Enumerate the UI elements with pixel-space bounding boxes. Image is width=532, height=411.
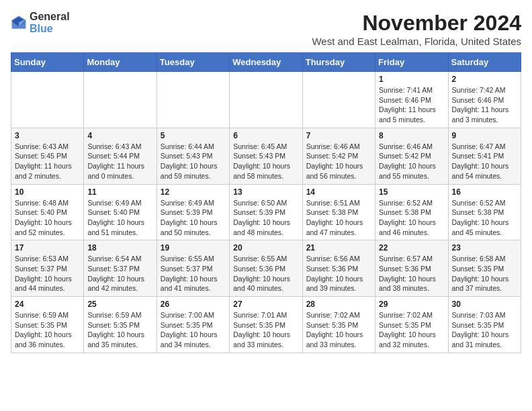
calendar-cell: 6Sunrise: 6:45 AM Sunset: 5:43 PM Daylig… — [230, 128, 302, 184]
day-info: Sunrise: 6:45 AM Sunset: 5:43 PM Dayligh… — [233, 142, 298, 181]
day-number: 3 — [15, 131, 80, 140]
day-info: Sunrise: 6:46 AM Sunset: 5:42 PM Dayligh… — [306, 142, 371, 181]
day-number: 7 — [306, 131, 371, 140]
day-info: Sunrise: 7:41 AM Sunset: 6:46 PM Dayligh… — [379, 85, 444, 125]
weekday-header-monday: Monday — [84, 53, 157, 72]
day-info: Sunrise: 7:01 AM Sunset: 5:35 PM Dayligh… — [233, 310, 298, 350]
day-info: Sunrise: 6:59 AM Sunset: 5:35 PM Dayligh… — [15, 310, 80, 350]
page-header: General Blue November 2024 West and East… — [11, 11, 521, 47]
day-info: Sunrise: 6:51 AM Sunset: 5:38 PM Dayligh… — [306, 198, 371, 238]
weekday-header-thursday: Thursday — [302, 53, 375, 72]
calendar-cell: 2Sunrise: 7:42 AM Sunset: 6:46 PM Daylig… — [448, 72, 521, 128]
day-info: Sunrise: 7:42 AM Sunset: 6:46 PM Dayligh… — [452, 85, 517, 125]
weekday-header-sunday: Sunday — [11, 53, 84, 72]
day-info: Sunrise: 6:44 AM Sunset: 5:43 PM Dayligh… — [161, 142, 226, 181]
weekday-header-tuesday: Tuesday — [157, 53, 229, 72]
day-info: Sunrise: 6:53 AM Sunset: 5:37 PM Dayligh… — [15, 254, 80, 293]
calendar-cell: 10Sunrise: 6:48 AM Sunset: 5:40 PM Dayli… — [11, 184, 84, 240]
day-info: Sunrise: 6:49 AM Sunset: 5:40 PM Dayligh… — [87, 198, 152, 238]
calendar-cell: 12Sunrise: 6:49 AM Sunset: 5:39 PM Dayli… — [157, 184, 229, 240]
day-number: 26 — [161, 300, 226, 309]
calendar-cell: 3Sunrise: 6:43 AM Sunset: 5:45 PM Daylig… — [11, 128, 84, 184]
day-number: 8 — [379, 131, 444, 140]
day-number: 29 — [379, 300, 444, 309]
calendar-cell — [302, 72, 375, 128]
calendar-cell: 9Sunrise: 6:47 AM Sunset: 5:41 PM Daylig… — [448, 128, 521, 184]
calendar-cell — [230, 72, 302, 128]
calendar-header-row: SundayMondayTuesdayWednesdayThursdayFrid… — [11, 53, 521, 72]
location-title: West and East Lealman, Florida, United S… — [312, 36, 521, 47]
day-number: 14 — [306, 187, 371, 197]
calendar-week-row: 3Sunrise: 6:43 AM Sunset: 5:45 PM Daylig… — [11, 128, 521, 184]
day-number: 2 — [452, 75, 517, 84]
calendar-week-row: 24Sunrise: 6:59 AM Sunset: 5:35 PM Dayli… — [11, 297, 521, 353]
day-number: 9 — [452, 131, 517, 140]
day-number: 12 — [161, 187, 226, 197]
day-number: 13 — [233, 187, 298, 197]
calendar-cell: 14Sunrise: 6:51 AM Sunset: 5:38 PM Dayli… — [302, 184, 375, 240]
day-info: Sunrise: 6:54 AM Sunset: 5:37 PM Dayligh… — [87, 254, 152, 293]
weekday-header-wednesday: Wednesday — [230, 53, 302, 72]
day-number: 27 — [233, 300, 298, 309]
day-number: 22 — [379, 243, 444, 253]
day-info: Sunrise: 6:46 AM Sunset: 5:42 PM Dayligh… — [379, 142, 444, 181]
day-number: 11 — [87, 187, 152, 197]
day-number: 1 — [379, 75, 444, 84]
day-info: Sunrise: 6:57 AM Sunset: 5:36 PM Dayligh… — [379, 254, 444, 293]
month-title: November 2024 — [312, 11, 521, 36]
weekday-header-saturday: Saturday — [448, 53, 521, 72]
logo: General Blue — [11, 11, 70, 35]
calendar-cell: 15Sunrise: 6:52 AM Sunset: 5:38 PM Dayli… — [375, 184, 448, 240]
day-number: 18 — [87, 243, 152, 253]
day-info: Sunrise: 6:55 AM Sunset: 5:37 PM Dayligh… — [161, 254, 226, 293]
day-info: Sunrise: 6:47 AM Sunset: 5:41 PM Dayligh… — [452, 142, 517, 181]
calendar-cell — [11, 72, 84, 128]
calendar-cell: 22Sunrise: 6:57 AM Sunset: 5:36 PM Dayli… — [375, 240, 448, 297]
day-number: 10 — [15, 187, 80, 197]
calendar-cell: 19Sunrise: 6:55 AM Sunset: 5:37 PM Dayli… — [157, 240, 229, 297]
day-number: 25 — [87, 300, 152, 309]
calendar-cell — [157, 72, 229, 128]
calendar-cell: 13Sunrise: 6:50 AM Sunset: 5:39 PM Dayli… — [230, 184, 302, 240]
day-info: Sunrise: 6:58 AM Sunset: 5:35 PM Dayligh… — [452, 254, 517, 293]
day-info: Sunrise: 6:49 AM Sunset: 5:39 PM Dayligh… — [161, 198, 226, 238]
day-number: 17 — [15, 243, 80, 253]
day-info: Sunrise: 6:50 AM Sunset: 5:39 PM Dayligh… — [233, 198, 298, 238]
calendar-cell: 18Sunrise: 6:54 AM Sunset: 5:37 PM Dayli… — [84, 240, 157, 297]
day-number: 28 — [306, 300, 371, 309]
day-info: Sunrise: 6:52 AM Sunset: 5:38 PM Dayligh… — [379, 198, 444, 238]
day-number: 4 — [87, 131, 152, 140]
calendar-cell: 26Sunrise: 7:00 AM Sunset: 5:35 PM Dayli… — [157, 297, 229, 353]
day-number: 23 — [452, 243, 517, 253]
title-area: November 2024 West and East Lealman, Flo… — [312, 11, 521, 47]
calendar-cell: 8Sunrise: 6:46 AM Sunset: 5:42 PM Daylig… — [375, 128, 448, 184]
day-info: Sunrise: 6:59 AM Sunset: 5:35 PM Dayligh… — [87, 310, 152, 350]
calendar-cell: 25Sunrise: 6:59 AM Sunset: 5:35 PM Dayli… — [84, 297, 157, 353]
day-number: 19 — [161, 243, 226, 253]
logo-text: General Blue — [30, 11, 70, 35]
calendar-cell: 21Sunrise: 6:56 AM Sunset: 5:36 PM Dayli… — [302, 240, 375, 297]
day-info: Sunrise: 7:03 AM Sunset: 5:35 PM Dayligh… — [452, 310, 517, 350]
calendar-cell: 7Sunrise: 6:46 AM Sunset: 5:42 PM Daylig… — [302, 128, 375, 184]
day-info: Sunrise: 6:43 AM Sunset: 5:44 PM Dayligh… — [87, 142, 152, 181]
calendar-cell — [84, 72, 157, 128]
day-number: 5 — [161, 131, 226, 140]
calendar-cell: 29Sunrise: 7:02 AM Sunset: 5:35 PM Dayli… — [375, 297, 448, 353]
calendar-cell: 30Sunrise: 7:03 AM Sunset: 5:35 PM Dayli… — [448, 297, 521, 353]
calendar-cell: 28Sunrise: 7:02 AM Sunset: 5:35 PM Dayli… — [302, 297, 375, 353]
day-number: 30 — [452, 300, 517, 309]
calendar-cell: 27Sunrise: 7:01 AM Sunset: 5:35 PM Dayli… — [230, 297, 302, 353]
calendar-cell: 1Sunrise: 7:41 AM Sunset: 6:46 PM Daylig… — [375, 72, 448, 128]
calendar-week-row: 10Sunrise: 6:48 AM Sunset: 5:40 PM Dayli… — [11, 184, 521, 240]
day-number: 20 — [233, 243, 298, 253]
weekday-header-friday: Friday — [375, 53, 448, 72]
calendar-cell: 24Sunrise: 6:59 AM Sunset: 5:35 PM Dayli… — [11, 297, 84, 353]
day-info: Sunrise: 7:02 AM Sunset: 5:35 PM Dayligh… — [306, 310, 371, 350]
calendar-cell: 16Sunrise: 6:52 AM Sunset: 5:38 PM Dayli… — [448, 184, 521, 240]
day-number: 24 — [15, 300, 80, 309]
day-number: 15 — [379, 187, 444, 197]
day-info: Sunrise: 7:02 AM Sunset: 5:35 PM Dayligh… — [379, 310, 444, 350]
calendar-cell: 5Sunrise: 6:44 AM Sunset: 5:43 PM Daylig… — [157, 128, 229, 184]
day-info: Sunrise: 6:56 AM Sunset: 5:36 PM Dayligh… — [306, 254, 371, 293]
calendar-week-row: 17Sunrise: 6:53 AM Sunset: 5:37 PM Dayli… — [11, 240, 521, 297]
